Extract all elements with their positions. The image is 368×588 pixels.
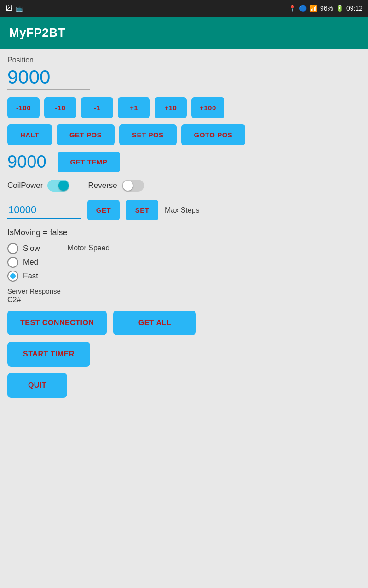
fast-radio-outer — [7, 271, 18, 282]
battery-percent: 96% — [320, 5, 333, 12]
image-icon: 🖼 — [6, 5, 12, 12]
main-content: Position 9000 -100 -10 -1 +1 +10 +100 HA… — [0, 49, 368, 412]
app-bar: MyFP2BT — [0, 17, 368, 49]
fast-radio-row[interactable]: Fast — [7, 271, 40, 282]
timer-row: START TIMER — [7, 342, 361, 367]
connection-buttons-row: TEST CONNECTION GET ALL — [7, 311, 361, 335]
wifi-icon: 📶 — [310, 5, 317, 12]
reverse-thumb — [123, 181, 133, 191]
coil-power-group: CoilPower — [7, 180, 69, 192]
server-response-label: Server Response — [7, 287, 361, 295]
toggle-row: CoilPower Reverse — [7, 180, 361, 192]
ismoving-text: IsMoving = false — [7, 228, 361, 237]
get-pos-button[interactable]: GET POS — [57, 124, 115, 145]
quit-row: QUIT — [7, 373, 361, 398]
screen-icon: 📺 — [16, 5, 23, 12]
reverse-group: Reverse — [88, 180, 144, 192]
clock: 09:12 — [346, 5, 362, 12]
motor-speed-section: Slow Med Fast Motor Speed — [7, 243, 361, 282]
bluetooth-icon: 🔵 — [299, 5, 307, 12]
maxsteps-input[interactable] — [7, 202, 81, 219]
maxsteps-row: GET SET Max Steps — [7, 200, 361, 220]
step-minus-100-button[interactable]: -100 — [7, 97, 40, 118]
status-bar-left: 🖼 📺 — [6, 5, 23, 12]
server-response-value: C2# — [7, 296, 361, 304]
fast-radio-label: Fast — [23, 271, 38, 281]
status-bar-right: 📍 🔵 📶 96% 🔋 09:12 — [288, 5, 362, 12]
app-title: MyFP2BT — [9, 26, 65, 40]
set-pos-button[interactable]: SET POS — [119, 124, 177, 145]
status-bar: 🖼 📺 📍 🔵 📶 96% 🔋 09:12 — [0, 0, 368, 17]
step-minus-10-button[interactable]: -10 — [44, 97, 76, 118]
quit-button[interactable]: QUIT — [7, 373, 67, 398]
test-connection-button[interactable]: TEST CONNECTION — [7, 311, 107, 335]
coil-power-toggle[interactable] — [47, 180, 69, 192]
med-radio-outer — [7, 257, 18, 268]
med-radio-row[interactable]: Med — [7, 257, 40, 268]
slow-radio-row[interactable]: Slow — [7, 243, 40, 254]
get-temp-button[interactable]: GET TEMP — [58, 152, 121, 172]
step-plus-100-button[interactable]: +100 — [191, 97, 224, 118]
reverse-toggle[interactable] — [122, 180, 144, 192]
slow-radio-label: Slow — [23, 244, 40, 253]
temp-row: 9000 GET TEMP — [7, 152, 361, 172]
goto-pos-button[interactable]: GOTO POS — [181, 124, 246, 145]
position-label: Position — [7, 56, 361, 64]
step-minus-1-button[interactable]: -1 — [81, 97, 113, 118]
motor-speed-label: Motor Speed — [68, 244, 110, 252]
fast-radio-inner — [10, 273, 16, 279]
coil-power-label: CoilPower — [7, 181, 43, 190]
position-value: 9000 — [7, 66, 90, 90]
step-plus-10-button[interactable]: +10 — [155, 97, 187, 118]
step-plus-1-button[interactable]: +1 — [118, 97, 150, 118]
set-maxsteps-button[interactable]: SET — [126, 200, 158, 220]
slow-radio-outer — [7, 243, 18, 254]
location-icon: 📍 — [288, 5, 296, 12]
step-buttons-row: -100 -10 -1 +1 +10 +100 — [7, 97, 361, 118]
med-radio-label: Med — [23, 258, 38, 267]
get-all-button[interactable]: GET ALL — [113, 311, 196, 335]
motor-speed-radio-group: Slow Med Fast — [7, 243, 40, 282]
get-maxsteps-button[interactable]: GET — [87, 200, 120, 220]
battery-icon: 🔋 — [336, 5, 344, 12]
halt-button[interactable]: HALT — [7, 124, 52, 145]
reverse-label: Reverse — [88, 181, 117, 190]
start-timer-button[interactable]: START TIMER — [7, 342, 90, 367]
maxsteps-label: Max Steps — [165, 206, 200, 215]
position-value2: 9000 — [7, 152, 46, 172]
control-buttons-row: HALT GET POS SET POS GOTO POS — [7, 124, 361, 145]
